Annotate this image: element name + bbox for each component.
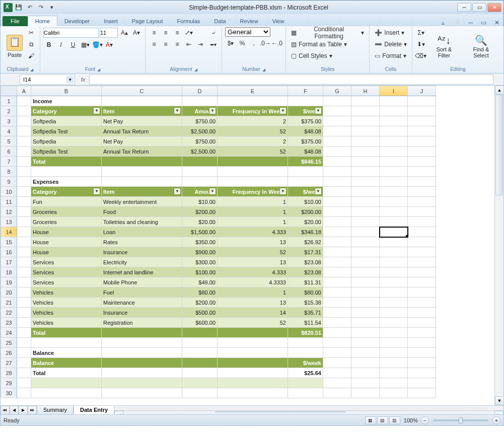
sheet-nav-first[interactable]: ⏮ bbox=[1, 406, 10, 415]
shrink-font-button[interactable]: A▾ bbox=[131, 27, 142, 38]
cell-D29[interactable] bbox=[182, 378, 218, 388]
cell-D2[interactable]: Amount▾ bbox=[182, 106, 218, 116]
qat-save-button[interactable]: 💾 bbox=[14, 3, 24, 13]
cell-J3[interactable] bbox=[408, 116, 436, 126]
cell-B1[interactable]: Income bbox=[31, 96, 102, 106]
align-bottom-button[interactable]: ≡ bbox=[172, 27, 183, 38]
cell-H5[interactable] bbox=[351, 136, 380, 147]
cell-H21[interactable] bbox=[351, 298, 380, 308]
cell-A10[interactable] bbox=[17, 187, 31, 197]
cell-F8[interactable] bbox=[288, 167, 323, 177]
tab-review[interactable]: Review bbox=[233, 16, 265, 26]
tab-formulas[interactable]: Formulas bbox=[170, 16, 207, 26]
cell-J28[interactable] bbox=[408, 368, 436, 378]
cell-B16[interactable]: House bbox=[31, 247, 102, 257]
cell-C2[interactable]: Item▾ bbox=[102, 106, 182, 116]
cell-C10[interactable]: Item▾ bbox=[102, 187, 182, 197]
cell-A5[interactable] bbox=[17, 136, 31, 147]
horizontal-scrollbar[interactable]: ◀ ▶ bbox=[114, 410, 503, 411]
cell-A18[interactable] bbox=[17, 267, 31, 277]
sheet-nav-next[interactable]: ▶ bbox=[19, 406, 28, 415]
cell-H4[interactable] bbox=[351, 126, 380, 136]
filter-button[interactable]: ▾ bbox=[93, 188, 100, 195]
cell-B7[interactable]: Total bbox=[31, 157, 102, 167]
cell-E16[interactable]: 52 bbox=[218, 247, 288, 257]
cell-D16[interactable]: $900.00 bbox=[182, 247, 218, 257]
cell-D13[interactable]: $20.00 bbox=[182, 217, 218, 227]
cell-I20[interactable] bbox=[380, 287, 408, 298]
cell-B20[interactable]: Vehicles bbox=[31, 287, 102, 298]
increase-indent-button[interactable]: ⇥ bbox=[195, 39, 206, 50]
cell-C26[interactable] bbox=[102, 348, 182, 358]
cell-G12[interactable] bbox=[323, 207, 351, 217]
cell-H2[interactable] bbox=[351, 106, 380, 116]
underline-button[interactable]: U bbox=[67, 39, 79, 50]
cell-F20[interactable]: $80.00 bbox=[288, 287, 323, 298]
cell-A28[interactable] bbox=[17, 368, 31, 378]
cell-A17[interactable] bbox=[17, 257, 31, 267]
col-header-C[interactable]: C bbox=[102, 86, 182, 96]
tab-page-layout[interactable]: Page Layout bbox=[125, 16, 170, 26]
col-header-F[interactable]: F bbox=[288, 86, 323, 96]
cell-C23[interactable]: Registration bbox=[102, 318, 182, 328]
filter-button[interactable]: ▾ bbox=[174, 188, 181, 195]
wrap-text-button[interactable]: ⤶ bbox=[208, 27, 219, 38]
cell-E17[interactable]: 13 bbox=[218, 257, 288, 267]
cell-I10[interactable] bbox=[380, 187, 408, 197]
cell-H26[interactable] bbox=[351, 348, 380, 358]
cell-C14[interactable]: Loan bbox=[102, 227, 182, 237]
insert-cells-button[interactable]: ➕ Insert ▾ bbox=[373, 27, 409, 38]
zoom-in-button[interactable]: + bbox=[492, 416, 500, 424]
cell-C15[interactable]: Rates bbox=[102, 237, 182, 247]
cell-A4[interactable] bbox=[17, 126, 31, 136]
cell-H28[interactable] bbox=[351, 368, 380, 378]
sheet-tab-data-entry[interactable]: Data Entry bbox=[74, 406, 114, 415]
cell-C6[interactable]: Annual Tax Return bbox=[102, 147, 182, 157]
bold-button[interactable]: B bbox=[43, 39, 54, 50]
row-header-15[interactable]: 15 bbox=[1, 237, 17, 247]
cell-F23[interactable]: $11.54 bbox=[288, 318, 323, 328]
sheet-nav-prev[interactable]: ◀ bbox=[10, 406, 19, 415]
cell-C5[interactable]: Net Pay bbox=[102, 136, 182, 147]
cell-J19[interactable] bbox=[408, 277, 436, 287]
cell-I1[interactable] bbox=[380, 96, 408, 106]
cell-I9[interactable] bbox=[380, 177, 408, 187]
cell-A11[interactable] bbox=[17, 197, 31, 207]
cell-styles-button[interactable]: ▢ Cell Styles ▾ bbox=[289, 50, 366, 61]
format-painter-button[interactable]: 🖌 bbox=[26, 50, 37, 61]
cell-J15[interactable] bbox=[408, 237, 436, 247]
cell-I11[interactable] bbox=[380, 197, 408, 207]
cell-G2[interactable] bbox=[323, 106, 351, 116]
cell-C13[interactable]: Toiletries and cleaning bbox=[102, 217, 182, 227]
cell-H16[interactable] bbox=[351, 247, 380, 257]
cell-C21[interactable]: Maintenance bbox=[102, 298, 182, 308]
cell-G18[interactable] bbox=[323, 267, 351, 277]
cell-J5[interactable] bbox=[408, 136, 436, 147]
row-header-26[interactable]: 26 bbox=[1, 348, 17, 358]
cell-H13[interactable] bbox=[351, 217, 380, 227]
cell-F10[interactable]: $/week▾ bbox=[288, 187, 323, 197]
format-as-table-button[interactable]: ▤ Format as Table ▾ bbox=[289, 39, 366, 50]
cell-J1[interactable] bbox=[408, 96, 436, 106]
cell-I30[interactable] bbox=[380, 388, 408, 398]
cell-J18[interactable] bbox=[408, 267, 436, 277]
cell-D22[interactable]: $500.00 bbox=[182, 308, 218, 318]
cell-D14[interactable]: $1,500.00 bbox=[182, 227, 218, 237]
cell-A30[interactable] bbox=[17, 388, 31, 398]
row-header-22[interactable]: 22 bbox=[1, 308, 17, 318]
cell-J29[interactable] bbox=[408, 378, 436, 388]
align-left-button[interactable]: ≡ bbox=[149, 39, 160, 50]
cell-I17[interactable] bbox=[380, 257, 408, 267]
cell-J14[interactable] bbox=[408, 227, 436, 237]
border-button[interactable]: ▦▾ bbox=[80, 39, 91, 50]
cell-B3[interactable]: Softpedia bbox=[31, 116, 102, 126]
cell-E25[interactable] bbox=[218, 338, 288, 348]
zoom-slider-knob[interactable] bbox=[459, 417, 463, 423]
row-header-9[interactable]: 9 bbox=[1, 177, 17, 187]
cell-J22[interactable] bbox=[408, 308, 436, 318]
row-header-8[interactable]: 8 bbox=[1, 167, 17, 177]
cell-I3[interactable] bbox=[380, 116, 408, 126]
cell-H20[interactable] bbox=[351, 287, 380, 298]
cell-F17[interactable]: $23.08 bbox=[288, 257, 323, 267]
row-header-12[interactable]: 12 bbox=[1, 207, 17, 217]
